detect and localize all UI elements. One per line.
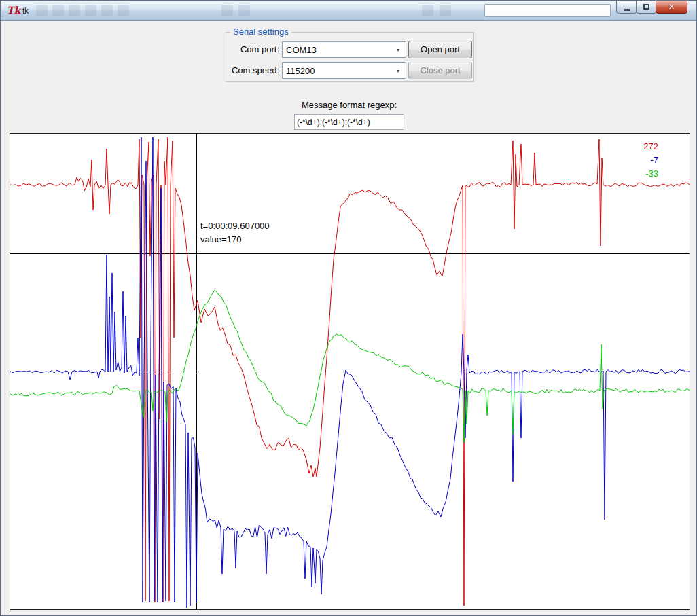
- maximize-icon: [643, 4, 649, 10]
- glass-artifact-icon: [101, 5, 113, 16]
- com-port-label: Com port:: [226, 41, 279, 58]
- glass-artifact-icon: [238, 5, 250, 16]
- close-port-button[interactable]: Close port: [408, 62, 472, 79]
- close-icon: ✕: [668, 3, 675, 12]
- com-speed-combobox[interactable]: 115200 ▼: [282, 62, 406, 79]
- glass-artifact-icon: [52, 5, 64, 16]
- glass-artifact-icon: [36, 5, 48, 16]
- trace-signal-blue: [10, 137, 690, 608]
- plot-svg[interactable]: [10, 134, 690, 609]
- titlebar[interactable]: Tk tk ✕: [1, 1, 696, 21]
- glass-artifact-icon: [118, 5, 129, 16]
- maximize-button[interactable]: [636, 1, 656, 14]
- com-speed-label: Com speed:: [226, 62, 279, 79]
- glass-artifact-icon: [422, 5, 433, 16]
- com-port-value: COM13: [286, 45, 317, 55]
- serial-settings-title: Serial settings: [230, 26, 291, 37]
- cursor-value-label: value=170: [200, 234, 241, 244]
- glass-artifact-icon: [221, 5, 233, 16]
- legend-value-blue: -7: [643, 153, 658, 167]
- minimize-button[interactable]: [616, 1, 637, 14]
- window-controls: ✕: [617, 1, 687, 14]
- legend-value-red: 272: [643, 140, 658, 153]
- plot-canvas[interactable]: 272 -7 -33 t=0:00:09.607000 value=170: [10, 133, 690, 610]
- com-speed-value: 115200: [286, 66, 315, 76]
- regexp-input[interactable]: [294, 114, 404, 130]
- regexp-label: Message format regexp:: [281, 100, 417, 110]
- window-title: tk: [22, 6, 29, 16]
- glass-artifact-icon: [440, 5, 451, 16]
- app-window: Tk tk ✕ Serial settings Com port:: [0, 0, 697, 616]
- glass-artifact-icon: [69, 5, 80, 16]
- glass-artifact-icon: [85, 5, 96, 16]
- glass-artifact-searchbox: [484, 4, 611, 17]
- chevron-down-icon[interactable]: ▼: [393, 63, 403, 78]
- tk-app-icon[interactable]: Tk: [7, 5, 19, 16]
- close-button[interactable]: ✕: [656, 1, 687, 14]
- legend-value-green: -33: [643, 167, 658, 181]
- legend: 272 -7 -33: [643, 140, 658, 181]
- trace-signal-green: [10, 290, 690, 443]
- chevron-down-icon[interactable]: ▼: [393, 42, 403, 57]
- com-port-combobox[interactable]: COM13 ▼: [282, 41, 406, 58]
- cursor-time-label: t=0:00:09.607000: [200, 221, 270, 231]
- serial-settings-group: Serial settings Com port: COM13 ▼ Open p…: [226, 32, 474, 82]
- traces: [10, 137, 690, 608]
- minimize-icon: [624, 9, 630, 11]
- open-port-button[interactable]: Open port: [408, 41, 472, 58]
- grid-lines: [10, 134, 690, 609]
